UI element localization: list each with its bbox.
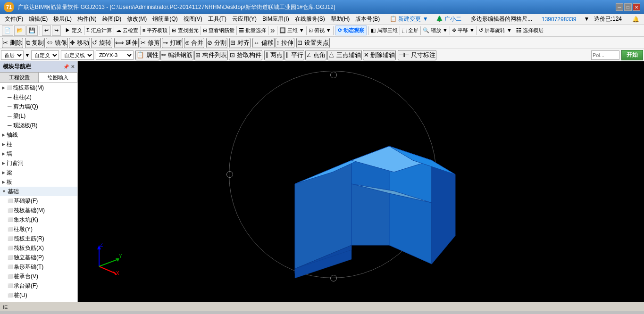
nav-pin-icon[interactable]: 📌 [63,64,69,69]
topview-label[interactable]: ⊡ 俯视 ▼ [309,27,331,34]
canvas-area[interactable]: Z X Y [78,61,644,302]
icon-pilecap: ⬜ [8,274,13,279]
tree-item-beam[interactable]: ─ 梁(L) [0,111,77,121]
tree-item-slab[interactable]: ─ 现浇板(B) [0,121,77,130]
nav-icons[interactable]: 📌 ✕ [63,64,75,69]
menu-guangshu[interactable]: 🌲 广小二 [433,15,464,23]
mirror-button[interactable]: ⇔ 镜像 [46,38,68,48]
tree-item-foundation[interactable]: ▼ 基础 [0,187,77,196]
tree-item-door[interactable]: ▶ 门窗洞 [0,158,77,168]
start-button[interactable]: 开始 [621,50,643,60]
menu-bim[interactable]: BIM应用(I) [259,15,292,23]
label-baseband: 基础板带(W) [14,301,45,302]
tree-item-wall[interactable]: ▶ 墙 [0,149,77,158]
new-button[interactable]: 📄 [2,25,13,36]
attr-button[interactable]: 📋 属性 [135,50,159,60]
floor-select[interactable]: 首层 [1,50,24,60]
find-unit-label: ⊞ 查找图元 [172,27,198,34]
menu-draw[interactable]: 绘图(D) [100,15,125,23]
extend-button[interactable]: ⟺ 延伸 [114,38,139,48]
tree-item-fjiliang[interactable]: ⬜ 基础梁(F) [0,196,77,206]
window-controls[interactable]: ─ □ ✕ [616,3,640,11]
menu-new-change[interactable]: 📋 新建变更 ▼ [387,15,431,23]
menu-tools[interactable]: 工具(T) [205,15,229,23]
dim-button[interactable]: ⊣⊢ 尺寸标注 [398,50,436,60]
poi-input[interactable] [591,50,619,60]
tree-item-cap-beam[interactable]: ⬜ 承台梁(F) [0,281,77,290]
trim-button[interactable]: ✂ 修剪 [140,38,161,48]
edit-rebar-button[interactable]: ✏ 编辑钢筋 [160,50,194,60]
svg-text:Z: Z [100,243,103,248]
menu-rebar[interactable]: 钢筋量(Q) [150,15,180,23]
tab-drawing[interactable]: 绘图输入 [39,73,77,83]
menu-help[interactable]: 帮助(H) [328,15,353,23]
tree-item-fraftbase[interactable]: ⬜ 筏板基础(M) [0,206,77,215]
tree-item-baseband[interactable]: ⬜ 基础板带(W) [0,300,77,302]
split-button[interactable]: ⊘ 分割 [206,38,227,48]
break-button[interactable]: ⊸ 打断 [162,38,183,48]
move-button[interactable]: ✥ 移动 [69,38,90,48]
select-layer-label[interactable]: ☷ 选择模层 [516,27,544,34]
fullscreen-label[interactable]: ⬚ 全屏 [402,27,418,34]
delete-button[interactable]: ✂ 删除 [2,38,23,48]
tree-item-shearwall[interactable]: ─ 剪力墙(Q) [0,102,77,111]
rotate-button[interactable]: ↺ 旋转 [91,38,112,48]
tree-item-strip[interactable]: ⬜ 条形基础(T) [0,262,77,272]
tree-item-isolated[interactable]: ⬜ 独立基础(P) [0,253,77,262]
3d-label[interactable]: 🔲 三维 ▼ [279,27,304,34]
tree-item-axis[interactable]: ▶ 轴线 [0,130,77,140]
save-button[interactable]: 💾 [26,25,38,36]
tree-item-raft[interactable]: ▶ ⬜ 筏板基础(M) [0,83,77,92]
redo-button[interactable]: ↪ [52,25,61,36]
menu-component[interactable]: 构件(N) [75,15,100,23]
menu-polygon-label: 多边形编辑器的网格尺... [468,15,535,23]
dynamic-observe-label[interactable]: ⟳ 动态观察 [335,25,367,35]
tree-item-liang[interactable]: ▶ 梁 [0,168,77,177]
twopts-button[interactable]: ∥ 两点 [264,50,284,60]
parts-button[interactable]: ⊞ 构件列表 [194,50,228,60]
restore-button[interactable]: □ [624,3,632,11]
menu-floor[interactable]: 楼层(L) [50,15,75,23]
tri-button[interactable]: △ 三点辅轴 [327,50,362,60]
copy-button[interactable]: ⧉ 复制 [25,38,45,48]
floor-type-select[interactable]: 自定义 [31,50,59,60]
label-main-rebar: 筏板主筋(R) [14,235,44,243]
menu-modify[interactable]: 修改(M) [124,15,150,23]
tree-item-zhudun[interactable]: ⬜ 柱墩(Y) [0,224,77,234]
menu-view[interactable]: 视图(V) [181,15,205,23]
menu-edit[interactable]: 编辑(E) [26,15,50,23]
extract-button[interactable]: ⊡ 拾取构件 [229,50,262,60]
offset-button[interactable]: ↔ 偏移 [252,38,275,48]
tree-item-pile[interactable]: ⬜ 桩(U) [0,290,77,300]
close-button[interactable]: ✕ [633,3,640,11]
align-button[interactable]: ⊟ 对齐 [229,38,251,48]
merge-button[interactable]: ⊕ 合并 [184,38,205,48]
tree-item-col[interactable]: ▶ 柱 [0,140,77,149]
screen-rotate-label[interactable]: ↺ 屏幕旋转 ▼ [479,27,512,34]
tree-item-main-rebar[interactable]: ⬜ 筏板主筋(R) [0,234,77,243]
menu-cloud[interactable]: 云应用(Y) [229,15,259,23]
tree-item-ban[interactable]: ▶ 板 [0,177,77,187]
parallel-button[interactable]: ∥ 平行 [284,50,304,60]
tab-engineering[interactable]: 工程设置 [0,73,39,83]
setpoint-button[interactable]: ⊡ 设置夹点 [296,38,330,48]
tree-item-cistern[interactable]: ⬜ 集水坑(K) [0,215,77,224]
zoom-label[interactable]: 🔍 缩放 ▼ [423,27,448,34]
open-button[interactable]: 📂 [14,25,25,36]
local3d-label[interactable]: ◧ 局部三维 [371,27,398,34]
minimize-button[interactable]: ─ [616,3,623,11]
del-aux-button[interactable]: ✕ 删除辅轴 [363,50,396,60]
corner-button[interactable]: ∠ 点角 [305,50,326,60]
tree-item-pilecap[interactable]: ⬜ 桩承台(V) [0,272,77,281]
menu-version[interactable]: 版本号(B) [352,15,383,23]
nav-close-icon[interactable]: ✕ [71,64,75,69]
undo-button[interactable]: ↩ [42,25,51,36]
menu-online[interactable]: 在线服务(S) [292,15,328,23]
menu-file[interactable]: 文件(F) [2,15,26,23]
tree-item-neg-rebar[interactable]: ⬜ 筏板负筋(X) [0,243,77,253]
axis-name-select[interactable]: ZDYX-3 [96,50,134,60]
axis-type-select[interactable]: 自定义线 [61,50,94,60]
stretch-button[interactable]: ↕ 拉伸 [276,38,294,48]
pan-label[interactable]: ✥ 平移 ▼ [452,27,475,34]
tree-item-pillar-z[interactable]: ─ 柱柱(Z) [0,92,77,102]
